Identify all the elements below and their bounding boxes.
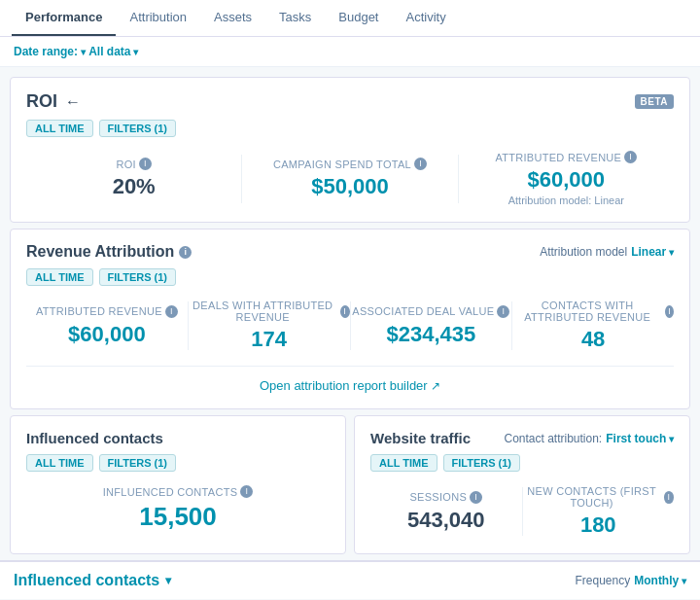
roi-filters-row: ALL TIME FILTERS (1) [26, 120, 674, 137]
attribution-model-selector: Attribution model Linear [540, 245, 674, 259]
rev-attr-deals-label: DEALS WITH ATTRIBUTED REVENUE i [189, 300, 350, 323]
roi-stat-spend: CAMPAIGN SPEND TOTAL i $50,000 [242, 158, 457, 199]
rev-attr-label: Revenue Attribution [26, 243, 174, 261]
sessions-info-icon[interactable]: i [470, 491, 482, 504]
website-traffic-card: Website traffic Contact attribution: Fir… [354, 415, 690, 554]
rev-attr-contacts-value: 48 [512, 327, 674, 352]
traffic-stat-new-contacts: NEW CONTACTS (FIRST TOUCH) i 180 [523, 485, 675, 538]
influenced-filters-row: ALL TIME FILTERS (1) [26, 454, 330, 472]
date-range-value[interactable]: All data [88, 45, 138, 58]
roi-section: ROI ← BETA ALL TIME FILTERS (1) ROI i 20… [10, 77, 690, 223]
tab-attribution[interactable]: Attribution [116, 0, 200, 36]
revenue-attribution-section: Revenue Attribution i Attribution model … [10, 229, 690, 409]
rev-info-3[interactable]: i [497, 305, 509, 318]
roi-title: ROI ← [26, 91, 81, 112]
roi-stat-roi-label: ROI i [26, 158, 241, 170]
traffic-sessions-label: SESSIONS i [370, 491, 522, 504]
new-contacts-info-icon[interactable]: i [664, 491, 674, 504]
roi-stat-revenue-value: $60,000 [459, 167, 674, 193]
roi-stat-revenue: ATTRIBUTED REVENUE i $60,000 Attribution… [459, 151, 674, 206]
rev-attr-stat-deals: DEALS WITH ATTRIBUTED REVENUE i 174 [189, 300, 350, 352]
rev-attr-revenue-value: $60,000 [26, 322, 188, 347]
beta-badge: BETA [635, 94, 674, 109]
tab-performance[interactable]: Performance [12, 0, 116, 36]
rev-attr-stat-contacts: CONTACTS WITH ATTRIBUTED REVENUE i 48 [512, 300, 674, 352]
influenced-contacts-title: Influenced contacts [26, 430, 163, 446]
frequency-value[interactable]: Monthly [634, 574, 686, 587]
traffic-filters-row: ALL TIME FILTERS (1) [370, 454, 674, 472]
tab-budget[interactable]: Budget [325, 0, 392, 36]
traffic-new-contacts-value: 180 [523, 512, 675, 538]
roi-all-time-tag[interactable]: ALL TIME [26, 120, 93, 137]
rev-attr-all-time-tag[interactable]: ALL TIME [26, 268, 93, 286]
influenced-all-time-tag[interactable]: ALL TIME [26, 454, 93, 472]
contact-attr-label: Contact attribution: [504, 432, 602, 445]
attr-model-value[interactable]: Linear [631, 245, 674, 259]
influenced-contacts-card: Influenced contacts ALL TIME FILTERS (1)… [10, 415, 346, 554]
rev-attr-stat-deal-value: ASSOCIATED DEAL VALUE i $234,435 [351, 305, 512, 347]
rev-info-1[interactable]: i [165, 305, 178, 318]
rev-attr-stats: ATTRIBUTED REVENUE i $60,000 DEALS WITH … [26, 300, 674, 352]
contact-attribution-selector: Contact attribution: First touch [504, 432, 674, 445]
traffic-stats: SESSIONS i 543,040 NEW CONTACTS (FIRST T… [370, 485, 674, 538]
attr-model-label: Attribution model [540, 245, 627, 259]
bottom-bar: Influenced contacts Frequency Monthly [0, 560, 700, 599]
revenue-info-icon[interactable]: i [624, 151, 637, 163]
date-bar: Date range: All data [0, 37, 700, 67]
roi-label: ROI [26, 91, 57, 112]
rev-attr-stat-revenue: ATTRIBUTED REVENUE i $60,000 [26, 305, 188, 347]
roi-stat-spend-value: $50,000 [242, 174, 457, 199]
frequency-selector: Frequency Monthly [576, 574, 686, 587]
frequency-label: Frequency [576, 574, 631, 587]
bottom-title[interactable]: Influenced contacts [14, 572, 171, 589]
cards-row: Influenced contacts ALL TIME FILTERS (1)… [10, 415, 690, 554]
traffic-new-contacts-label: NEW CONTACTS (FIRST TOUCH) i [523, 485, 675, 509]
traffic-filters-tag[interactable]: FILTERS (1) [443, 454, 521, 472]
tab-tasks[interactable]: Tasks [265, 0, 325, 36]
revenue-attribution-title: Revenue Attribution i [26, 243, 192, 261]
traffic-all-time-tag[interactable]: ALL TIME [370, 454, 438, 472]
rev-attr-revenue-label: ATTRIBUTED REVENUE i [26, 305, 188, 318]
roi-info-icon[interactable]: i [139, 158, 152, 170]
roi-stats: ROI i 20% CAMPAIGN SPEND TOTAL i $50,000… [26, 151, 674, 206]
rev-attr-deals-value: 174 [189, 327, 350, 352]
tab-activity[interactable]: Activity [392, 0, 459, 36]
influenced-info-icon[interactable]: i [240, 485, 253, 498]
rev-attr-filters-row: ALL TIME FILTERS (1) [26, 268, 674, 286]
influenced-stat: INFLUENCED CONTACTS i 15,500 [26, 485, 330, 532]
roi-stat-revenue-note: Attribution model: Linear [459, 194, 674, 206]
roi-filters-tag[interactable]: FILTERS (1) [99, 120, 177, 137]
roi-arrow-icon: ← [65, 93, 81, 111]
roi-stat-revenue-label: ATTRIBUTED REVENUE i [459, 151, 674, 163]
tab-assets[interactable]: Assets [200, 0, 265, 36]
traffic-sessions-value: 543,040 [370, 508, 522, 533]
rev-attr-info-icon[interactable]: i [179, 246, 192, 259]
rev-attr-contacts-label: CONTACTS WITH ATTRIBUTED REVENUE i [512, 300, 674, 323]
open-report-link-row: Open attribution report builder [26, 366, 674, 393]
roi-stat-roi-value: 20% [26, 174, 241, 199]
spend-info-icon[interactable]: i [414, 158, 427, 170]
contact-attr-value[interactable]: First touch [606, 432, 674, 445]
date-range-label: Date range: [14, 45, 86, 58]
website-traffic-title: Website traffic [370, 430, 471, 446]
rev-attr-deal-value-value: $234,435 [351, 322, 512, 347]
influenced-stat-value: 15,500 [26, 502, 330, 532]
open-report-link[interactable]: Open attribution report builder [260, 378, 440, 393]
rev-info-4[interactable]: i [665, 305, 674, 318]
rev-info-2[interactable]: i [340, 305, 350, 318]
roi-stat-spend-label: CAMPAIGN SPEND TOTAL i [242, 158, 457, 170]
rev-attr-deal-value-label: ASSOCIATED DEAL VALUE i [351, 305, 512, 318]
nav-tabs: Performance Attribution Assets Tasks Bud… [0, 0, 700, 37]
traffic-stat-sessions: SESSIONS i 543,040 [370, 491, 522, 533]
rev-attr-filters-tag[interactable]: FILTERS (1) [99, 268, 177, 286]
influenced-stat-label: INFLUENCED CONTACTS i [26, 485, 330, 498]
roi-stat-roi: ROI i 20% [26, 158, 241, 199]
influenced-filters-tag[interactable]: FILTERS (1) [99, 454, 177, 472]
